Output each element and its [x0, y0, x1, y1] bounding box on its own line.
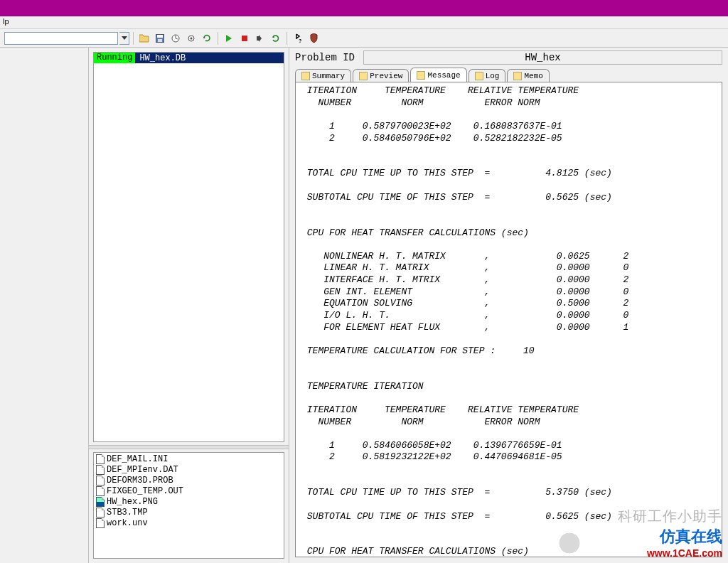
settings-icon[interactable]: [184, 31, 198, 45]
file-name: DEF_MPIenv.DAT: [107, 465, 178, 475]
file-list-panel[interactable]: DEF_MAIL.INI DEF_MPIenv.DAT DEFORM3D.PRO…: [93, 452, 284, 559]
svg-point-5: [191, 37, 193, 39]
tab-log[interactable]: Log: [469, 69, 506, 82]
path-combo-dropdown[interactable]: [119, 32, 129, 45]
file-name: HW_hex.PNG: [107, 497, 158, 507]
document-icon: [301, 72, 310, 80]
svg-text:?: ?: [299, 38, 301, 43]
shield-icon[interactable]: [306, 31, 321, 45]
cycle-icon[interactable]: [269, 31, 283, 45]
list-item[interactable]: STB3.TMP: [95, 507, 283, 518]
toolbar-separator: [133, 32, 134, 45]
stop-icon[interactable]: [237, 31, 252, 45]
tab-memo[interactable]: Memo: [507, 69, 549, 82]
document-icon: [513, 72, 522, 80]
tab-preview[interactable]: Preview: [353, 69, 409, 82]
folder-icon[interactable]: [137, 31, 151, 45]
job-status-badge: Running: [94, 53, 135, 63]
problem-id-row: Problem ID HW_hex: [289, 48, 728, 66]
tab-label: Summary: [312, 72, 345, 80]
file-icon: [96, 465, 105, 475]
file-name: DEFORM3D.PROB: [107, 476, 173, 486]
svg-rect-6: [242, 36, 247, 41]
right-panel: Problem ID HW_hex Summary Preview Messag…: [289, 48, 728, 563]
list-item[interactable]: HW_hex.PNG: [95, 496, 283, 507]
list-item[interactable]: work.unv: [95, 518, 283, 528]
step-icon[interactable]: [253, 31, 267, 45]
path-combo-input[interactable]: [4, 32, 118, 45]
document-icon: [417, 71, 425, 80]
message-output[interactable]: ITERATION TEMPERATURE RELATIVE TEMPERATU…: [295, 82, 722, 557]
file-icon: [96, 518, 105, 528]
menu-help[interactable]: lp: [3, 17, 9, 26]
left-panel: [0, 48, 89, 563]
tab-summary[interactable]: Summary: [295, 69, 351, 82]
svg-rect-2: [158, 39, 162, 42]
running-job-row[interactable]: Running HW_hex.DB: [94, 53, 284, 63]
file-name: DEF_MAIL.INI: [107, 454, 168, 464]
panel-splitter[interactable]: [89, 445, 289, 449]
output-tabs: Summary Preview Message Log Memo: [289, 66, 728, 82]
job-file-name: HW_hex.DB: [139, 53, 186, 63]
file-icon: [96, 476, 105, 486]
save-icon[interactable]: [153, 31, 167, 45]
tab-label: Log: [486, 72, 500, 80]
document-icon: [475, 72, 483, 80]
running-jobs-panel[interactable]: Running HW_hex.DB: [93, 52, 284, 442]
file-icon: [96, 454, 105, 464]
list-item[interactable]: DEF_MPIenv.DAT: [95, 464, 283, 475]
menu-bar[interactable]: lp: [0, 16, 728, 29]
play-icon[interactable]: [222, 31, 236, 45]
window-titlebar: [0, 0, 728, 16]
list-item[interactable]: DEFORM3D.PROB: [95, 475, 283, 486]
help-icon[interactable]: ?: [291, 31, 305, 45]
image-file-icon: [96, 497, 105, 507]
list-item[interactable]: FIXGEO_TEMP.OUT: [95, 486, 283, 496]
middle-panel: Running HW_hex.DB DEF_MAIL.INI DEF_MPIen…: [89, 48, 289, 563]
file-icon: [96, 486, 105, 496]
file-name: FIXGEO_TEMP.OUT: [107, 486, 183, 496]
tab-label: Message: [427, 71, 460, 80]
problem-id-label: Problem ID: [295, 52, 355, 63]
svg-rect-1: [157, 35, 163, 38]
toolbar: ?: [0, 29, 728, 48]
refresh-icon[interactable]: [200, 31, 214, 45]
tab-label: Memo: [524, 72, 542, 80]
file-name: work.unv: [107, 518, 148, 528]
tab-message[interactable]: Message: [410, 68, 466, 82]
problem-id-value[interactable]: HW_hex: [363, 50, 722, 65]
clock-icon[interactable]: [168, 31, 183, 45]
document-icon: [359, 72, 368, 80]
file-icon: [96, 508, 105, 518]
list-item[interactable]: DEF_MAIL.INI: [95, 454, 283, 464]
file-name: STB3.TMP: [107, 508, 148, 518]
toolbar-separator: [287, 32, 287, 45]
tab-label: Preview: [370, 72, 402, 80]
toolbar-separator: [218, 32, 218, 45]
